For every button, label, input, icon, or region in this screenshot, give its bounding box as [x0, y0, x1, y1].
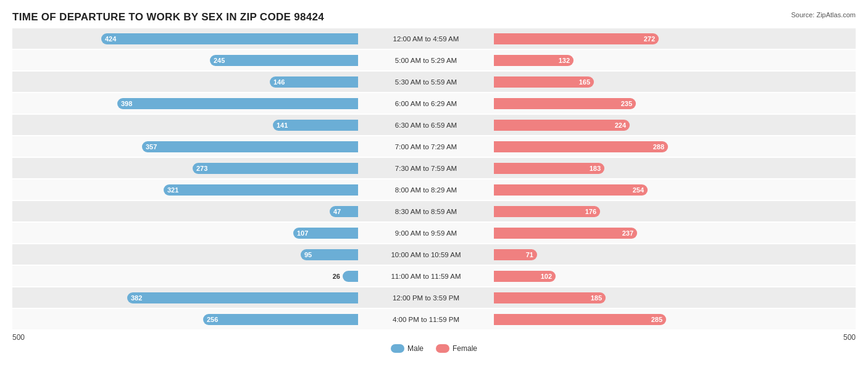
- time-label: 4:00 PM to 11:59 PM: [358, 316, 494, 323]
- male-value: 146: [273, 78, 285, 86]
- left-section: 256: [12, 309, 358, 329]
- right-section: 235: [494, 93, 840, 113]
- time-label: 8:00 AM to 8:29 AM: [358, 186, 494, 194]
- male-bar: 273: [193, 163, 358, 174]
- chart-row: 321 8:00 AM to 8:29 AM 254: [12, 179, 856, 200]
- bar-row: 321 8:00 AM to 8:29 AM 254: [12, 179, 856, 200]
- chart-row: 424 12:00 AM to 4:59 AM 272: [12, 28, 856, 49]
- male-value: 357: [146, 143, 157, 151]
- chart-row: 357 7:00 AM to 7:29 AM 288: [12, 136, 856, 157]
- chart-title: TIME OF DEPARTURE TO WORK BY SEX IN ZIP …: [12, 11, 856, 23]
- axis-right: 500: [843, 333, 856, 342]
- male-bar: 141: [273, 120, 358, 131]
- bar-row: 382 12:00 PM to 3:59 PM 185: [12, 287, 856, 308]
- chart-row: 146 5:30 AM to 5:59 AM 165: [12, 72, 856, 92]
- female-value: 132: [559, 57, 570, 64]
- axis-row: 500 500: [12, 333, 856, 342]
- bar-row: 256 4:00 PM to 11:59 PM 285: [12, 309, 856, 329]
- female-bar: 102: [494, 271, 556, 282]
- right-section: 288: [494, 136, 840, 157]
- time-label: 7:00 AM to 7:29 AM: [358, 143, 494, 151]
- chart-row: 382 12:00 PM to 3:59 PM 185: [12, 287, 856, 308]
- bar-row: 357 7:00 AM to 7:29 AM 288: [12, 136, 856, 157]
- time-label: 10:00 AM to 10:59 AM: [358, 251, 494, 258]
- bar-row: 245 5:00 AM to 5:29 AM 132: [12, 50, 856, 70]
- male-value: 382: [131, 294, 142, 302]
- chart-row: 256 4:00 PM to 11:59 PM 285: [12, 309, 856, 329]
- bar-row: 146 5:30 AM to 5:59 AM 165: [12, 72, 856, 92]
- female-bar: 183: [494, 163, 604, 174]
- female-value: 224: [615, 122, 626, 129]
- time-label: 8:30 AM to 8:59 AM: [358, 208, 494, 215]
- time-label: 7:30 AM to 7:59 AM: [358, 165, 494, 172]
- chart-row: 273 7:30 AM to 7:59 AM 183: [12, 158, 856, 178]
- female-bar: 288: [494, 141, 668, 152]
- female-value: 237: [622, 229, 633, 237]
- legend-male: Male: [391, 344, 424, 353]
- right-section: 272: [494, 28, 840, 49]
- female-bar: 71: [494, 249, 537, 260]
- female-swatch: [436, 344, 449, 353]
- chart-row: 245 5:00 AM to 5:29 AM 132: [12, 50, 856, 70]
- male-value: 95: [304, 251, 312, 258]
- bar-row: 107 9:00 AM to 9:59 AM 237: [12, 223, 856, 243]
- male-value: 256: [207, 316, 218, 323]
- male-value: 141: [277, 122, 288, 129]
- female-bar: 165: [494, 76, 594, 88]
- right-section: 285: [494, 309, 840, 329]
- left-section: 146: [12, 72, 358, 92]
- left-section: 107: [12, 223, 358, 243]
- left-section: 357: [12, 136, 358, 157]
- female-value: 235: [621, 100, 632, 107]
- male-bar: 95: [301, 249, 358, 260]
- time-label: 11:00 AM to 11:59 AM: [358, 273, 494, 280]
- source-label: Source: ZipAtlas.com: [791, 11, 856, 19]
- right-section: 185: [494, 287, 840, 308]
- female-bar: 235: [494, 98, 636, 109]
- male-bar: 245: [210, 55, 358, 66]
- right-section: 71: [494, 244, 840, 265]
- female-bar: 272: [494, 33, 659, 44]
- left-section: 382: [12, 287, 358, 308]
- male-value: 321: [167, 186, 178, 194]
- legend-female: Female: [436, 344, 477, 353]
- male-bar: 398: [117, 98, 358, 109]
- time-label: 9:00 AM to 9:59 AM: [358, 229, 494, 237]
- male-bar: [343, 271, 358, 282]
- male-bar: 256: [203, 314, 358, 325]
- left-section: 424: [12, 28, 358, 49]
- right-section: 165: [494, 72, 840, 92]
- male-value-outside: 26: [333, 273, 340, 280]
- axis-left: 500: [12, 333, 25, 342]
- chart-row: 26 11:00 AM to 11:59 AM 102: [12, 266, 856, 286]
- female-value: 176: [585, 208, 596, 215]
- female-bar: 185: [494, 292, 606, 303]
- chart-row: 95 10:00 AM to 10:59 AM 71: [12, 244, 856, 265]
- male-bar: 382: [127, 292, 358, 303]
- male-value: 245: [214, 57, 225, 64]
- male-bar: 424: [101, 33, 358, 44]
- right-section: 132: [494, 50, 840, 70]
- female-value: 272: [644, 35, 655, 43]
- male-bar: 107: [293, 228, 358, 239]
- bar-row: 95 10:00 AM to 10:59 AM 71: [12, 244, 856, 265]
- right-section: 102: [494, 266, 840, 286]
- left-section: 398: [12, 93, 358, 113]
- left-section: 95: [12, 244, 358, 265]
- time-label: 5:00 AM to 5:29 AM: [358, 57, 494, 64]
- legend-male-label: Male: [407, 344, 424, 353]
- legend: Male Female: [12, 344, 856, 353]
- male-value: 107: [297, 229, 308, 237]
- male-bar: 357: [142, 141, 358, 152]
- female-value: 288: [653, 143, 664, 151]
- male-value: 424: [105, 35, 116, 43]
- left-section: 141: [12, 115, 358, 135]
- time-label: 12:00 AM to 4:59 AM: [358, 35, 494, 43]
- left-section: 321: [12, 179, 358, 200]
- male-bar: 47: [330, 206, 358, 217]
- bar-row: 141 6:30 AM to 6:59 AM 224: [12, 115, 856, 135]
- female-bar: 224: [494, 120, 630, 131]
- right-section: 224: [494, 115, 840, 135]
- time-label: 12:00 PM to 3:59 PM: [358, 294, 494, 302]
- female-value: 183: [590, 165, 601, 172]
